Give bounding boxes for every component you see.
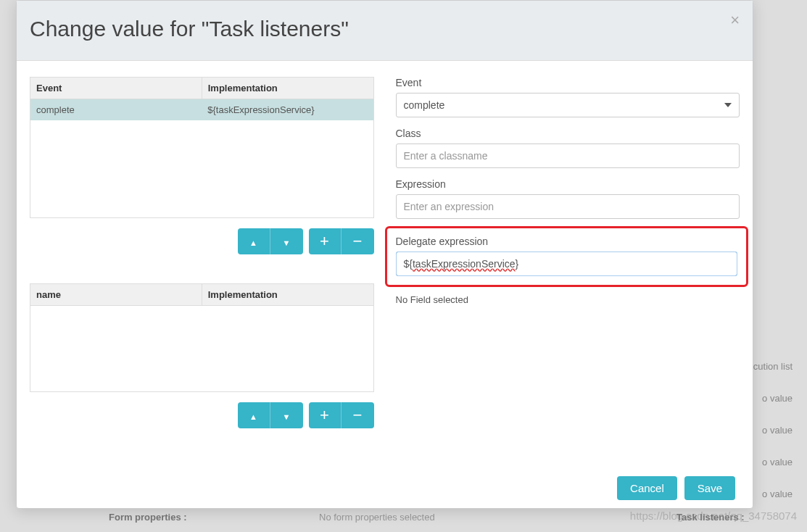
modal-body: Event Implementation complete ${taskExpr…: [17, 61, 753, 465]
minus-icon: [353, 232, 363, 251]
fields-header-impl: Implementation: [202, 284, 373, 306]
cell-event: complete: [30, 99, 202, 121]
fields-table: name Implementation: [30, 283, 374, 392]
field-status-text: No Field selected: [396, 294, 740, 305]
move-down-button[interactable]: [270, 228, 303, 254]
delegate-expression-label: Delegate expression: [396, 236, 738, 247]
expression-group: Expression: [396, 178, 740, 219]
remove-button[interactable]: [342, 228, 374, 254]
modal-footer: Cancel Save: [17, 465, 753, 515]
save-button[interactable]: Save: [684, 476, 735, 500]
de-suffix: }: [516, 258, 519, 270]
field-move-down-button[interactable]: [270, 402, 303, 428]
event-group: Event complete: [396, 77, 740, 117]
modal-dialog: Change value for "Task listeners" × Even…: [16, 0, 753, 509]
delegate-expression-input[interactable]: ${taskExpressionService}: [396, 252, 738, 276]
arrow-up-icon: [249, 234, 257, 249]
cancel-button[interactable]: Cancel: [617, 476, 677, 500]
fields-button-row: [30, 402, 374, 428]
close-icon[interactable]: ×: [730, 11, 740, 30]
move-up-button[interactable]: [238, 228, 270, 254]
add-button[interactable]: [309, 228, 342, 254]
listeners-table: Event Implementation complete ${taskExpr…: [30, 77, 374, 218]
expression-label: Expression: [396, 178, 740, 190]
cell-implementation: ${taskExpressionService}: [202, 99, 373, 121]
class-group: Class: [396, 128, 740, 168]
table-row[interactable]: complete ${taskExpressionService}: [30, 99, 373, 121]
class-input[interactable]: [396, 144, 740, 168]
modal-title: Change value for "Task listeners": [30, 17, 735, 41]
right-column: Event complete Class Expression Delegate…: [396, 77, 740, 457]
class-label: Class: [396, 128, 740, 139]
fields-header-name: name: [30, 284, 202, 306]
event-label: Event: [396, 77, 740, 88]
delegate-expression-highlight: Delegate expression ${taskExpressionServ…: [385, 226, 749, 287]
de-text: taskExpressionService: [413, 258, 516, 270]
modal-header: Change value for "Task listeners" ×: [17, 1, 753, 61]
arrow-down-icon: [283, 234, 291, 249]
field-remove-button[interactable]: [342, 402, 374, 428]
arrow-down-icon: [283, 408, 291, 423]
minus-icon: [353, 406, 363, 425]
field-move-up-button[interactable]: [238, 402, 270, 428]
field-add-button[interactable]: [309, 402, 342, 428]
plus-icon: [320, 406, 329, 425]
listeners-button-row: [30, 228, 374, 254]
event-select[interactable]: complete: [396, 93, 740, 117]
arrow-up-icon: [249, 408, 257, 423]
de-prefix: ${: [404, 258, 413, 270]
left-column: Event Implementation complete ${taskExpr…: [30, 77, 374, 457]
listeners-header-impl: Implementation: [202, 78, 373, 99]
expression-input[interactable]: [396, 194, 740, 219]
listeners-header-event: Event: [30, 78, 202, 99]
plus-icon: [320, 232, 329, 251]
